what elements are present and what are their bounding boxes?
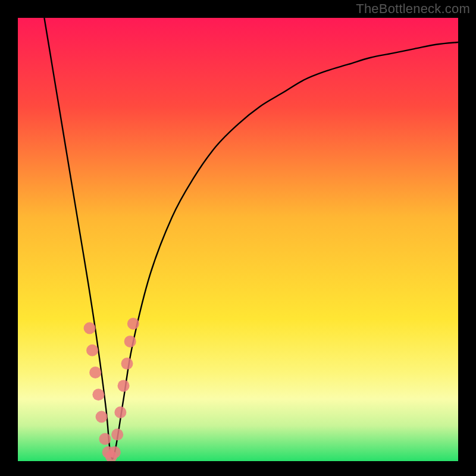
highlight-dot	[111, 428, 123, 440]
highlight-dot	[89, 367, 101, 378]
highlight-dot	[114, 406, 126, 418]
highlight-dot	[84, 322, 96, 334]
plot-area	[18, 18, 458, 461]
highlight-dot	[118, 380, 130, 392]
highlight-dot	[109, 446, 121, 458]
highlight-dot	[92, 389, 104, 400]
gradient-background	[18, 18, 458, 461]
highlight-dot	[96, 411, 108, 423]
highlight-dot	[99, 433, 111, 445]
watermark-text: TheBottleneck.com	[356, 1, 470, 17]
highlight-dot	[124, 336, 136, 347]
highlight-dot	[86, 345, 98, 356]
chart-svg	[18, 18, 458, 461]
highlight-dot	[127, 318, 139, 330]
highlight-dot	[121, 358, 133, 369]
chart-frame: TheBottleneck.com	[0, 0, 476, 476]
